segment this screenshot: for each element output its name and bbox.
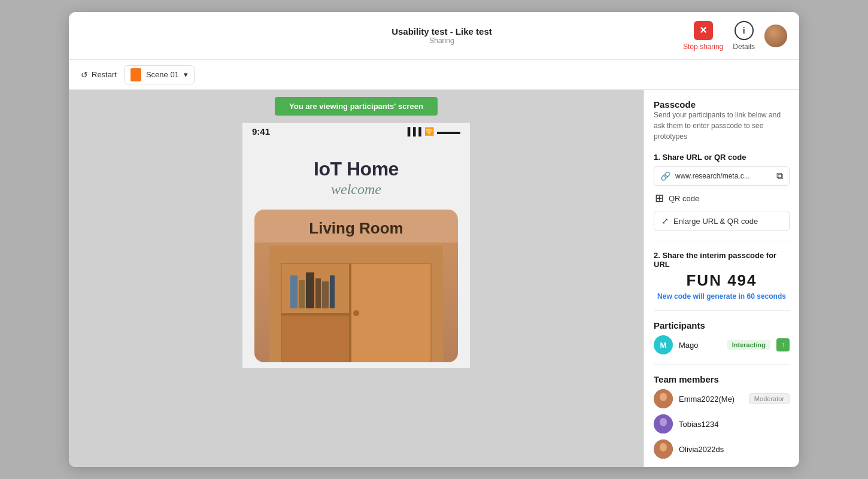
enlarge-button[interactable]: ⤢ Enlarge URL & QR code (654, 211, 790, 231)
top-bar-center: Usability test - Like test Sharing (391, 26, 492, 45)
svg-rect-4 (350, 263, 431, 362)
team-member-row: Tobias1234 (654, 414, 790, 433)
user-avatar[interactable] (764, 25, 787, 47)
divider-2 (654, 310, 790, 311)
details-icon: i (735, 21, 754, 40)
viewing-banner: You are viewing participants' screen (275, 97, 438, 116)
olivia-avatar (654, 439, 673, 459)
svg-rect-3 (281, 314, 350, 362)
passcode-interim-section: 2. Share the interim passcode for URL FU… (654, 251, 790, 301)
copy-icon[interactable]: ⧉ (776, 171, 783, 181)
team-members-section: Team members Emma2022(Me) Moderator Tobi (654, 374, 790, 459)
room-furniture-image (254, 242, 458, 362)
svg-point-21 (660, 443, 667, 451)
room-name: Living Room (309, 210, 403, 242)
participants-list: M Mago Interacting ↑ (654, 335, 790, 354)
svg-rect-7 (299, 280, 305, 308)
phone-status-icons: ▐▐▐ 🛜 ▬▬▬ (405, 127, 460, 136)
svg-point-18 (660, 418, 667, 426)
battery-icon: ▬▬▬ (437, 127, 460, 136)
toolbar: ↺ Restart Scene 01 ▾ (69, 60, 799, 90)
timer-suffix: seconds (757, 292, 786, 301)
participant-row: M Mago Interacting ↑ (654, 335, 790, 354)
scene-chevron-icon: ▾ (184, 70, 188, 79)
participant-avatar: M (654, 335, 673, 354)
scene-label: Scene 01 (146, 70, 179, 79)
details-button[interactable]: i Details (733, 21, 755, 51)
passcode-desc: Send your participants to link below and… (654, 110, 790, 142)
user-avatar-image (764, 25, 787, 47)
svg-point-15 (660, 393, 667, 401)
restart-icon: ↺ (81, 70, 88, 80)
scene-icon (130, 68, 141, 81)
passcode-section: Passcode Send your participants to link … (654, 99, 790, 142)
team-member-row: Olivia2022ds (654, 439, 790, 459)
wifi-icon: 🛜 (424, 127, 434, 136)
phone-frame: 9:41 ▐▐▐ 🛜 ▬▬▬ IoT Home welcome Living R… (242, 123, 470, 368)
phone-status-bar: 9:41 ▐▐▐ 🛜 ▬▬▬ (242, 123, 470, 140)
restart-button[interactable]: ↺ Restart (81, 70, 117, 80)
qr-code-label: QR code (669, 194, 699, 203)
url-row[interactable]: 🔗 www.research/meta.c... ⧉ (654, 166, 790, 186)
olivia-name: Olivia2022ds (679, 445, 790, 454)
details-label: Details (733, 43, 755, 51)
share-interim-label: 2. Share the interim passcode for URL (654, 251, 790, 269)
app-title: IoT Home (314, 158, 399, 180)
interacting-badge: Interacting (727, 340, 770, 350)
passcode-title: Passcode (654, 99, 790, 110)
emma-avatar (654, 389, 673, 408)
svg-rect-8 (306, 272, 314, 308)
url-text: www.research/meta.c... (675, 172, 772, 180)
main-window: Usability test - Like test Sharing Stop … (69, 12, 799, 467)
top-bar-right: Stop sharing i Details (683, 21, 787, 51)
phone-time: 9:41 (252, 126, 270, 137)
svg-rect-9 (315, 278, 321, 308)
svg-point-5 (353, 310, 359, 316)
share-url-section: 1. Share URL or QR code 🔗 www.research/m… (654, 150, 790, 231)
timer-seconds: 60 (747, 292, 755, 301)
team-members-list: Emma2022(Me) Moderator Tobias1234 Oliv (654, 389, 790, 459)
stop-sharing-label: Stop sharing (683, 43, 723, 51)
svg-rect-13 (349, 263, 351, 362)
emma-name: Emma2022(Me) (679, 395, 743, 404)
participant-name: Mago (679, 341, 721, 350)
team-member-row: Emma2022(Me) Moderator (654, 389, 790, 408)
phone-content: IoT Home welcome Living Room (242, 140, 470, 368)
bookshelf-svg (269, 245, 443, 362)
divider-1 (654, 241, 790, 241)
prototype-viewer: You are viewing participants' screen 9:4… (69, 90, 644, 467)
divider-3 (654, 364, 790, 365)
tobias-avatar (654, 414, 673, 433)
svg-rect-10 (322, 281, 329, 308)
room-card[interactable]: Living Room (254, 210, 458, 362)
right-sidebar: Passcode Send your participants to link … (644, 90, 799, 467)
content-area: You are viewing participants' screen 9:4… (69, 90, 799, 467)
passcode-timer: New code will generate in 60 seconds (654, 292, 790, 301)
participants-section: Participants M Mago Interacting ↑ (654, 320, 790, 354)
moderator-badge: Moderator (749, 393, 790, 404)
tobias-name: Tobias1234 (679, 420, 790, 429)
participants-label: Participants (654, 320, 790, 331)
qr-row[interactable]: ⊞ QR code (654, 189, 790, 207)
link-icon: 🔗 (660, 171, 670, 181)
timer-prefix: New code will generate in (657, 292, 745, 301)
qr-code-icon: ⊞ (655, 192, 664, 205)
passcode-display: FUN 494 (654, 269, 790, 292)
top-bar: Usability test - Like test Sharing Stop … (69, 12, 799, 60)
svg-rect-12 (281, 313, 350, 316)
stop-sharing-button[interactable]: Stop sharing (683, 21, 723, 51)
enlarge-label: Enlarge URL & QR code (673, 217, 758, 226)
scene-selector[interactable]: Scene 01 ▾ (124, 65, 195, 84)
svg-rect-11 (330, 275, 335, 308)
stop-sharing-icon (694, 21, 713, 40)
team-members-label: Team members (654, 374, 790, 384)
window-title: Usability test - Like test (391, 26, 492, 37)
app-welcome: welcome (331, 181, 381, 198)
svg-rect-6 (290, 275, 298, 308)
restart-label: Restart (92, 70, 117, 79)
window-subtitle: Sharing (391, 37, 492, 45)
share-screen-icon[interactable]: ↑ (776, 338, 790, 351)
enlarge-icon: ⤢ (661, 216, 669, 226)
share-url-label: 1. Share URL or QR code (654, 153, 790, 162)
signal-icon: ▐▐▐ (405, 127, 421, 136)
